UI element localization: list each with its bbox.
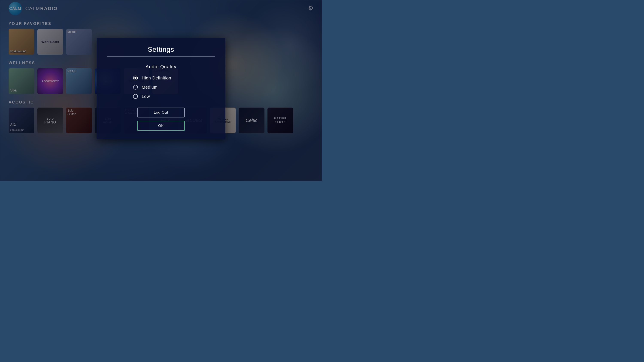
radio-high-definition-circle[interactable] — [133, 76, 138, 80]
ok-button[interactable]: OK — [138, 121, 184, 131]
settings-modal-title: Settings — [107, 46, 215, 54]
option-high-definition[interactable]: High Definition — [133, 76, 189, 80]
radio-high-definition-label: High Definition — [142, 76, 171, 80]
logout-button[interactable]: Log Out — [138, 108, 184, 118]
radio-low-label: Low — [142, 94, 150, 99]
option-low[interactable]: Low — [133, 94, 189, 99]
audio-quality-options: High Definition Medium Low — [133, 76, 189, 99]
modal-buttons: Log Out OK — [107, 108, 215, 131]
modal-divider — [107, 56, 215, 57]
settings-modal: Settings Audio Quality High Definition M… — [96, 38, 226, 139]
option-medium[interactable]: Medium — [133, 85, 189, 90]
radio-medium-label: Medium — [142, 85, 158, 90]
audio-quality-title: Audio Quality — [107, 64, 215, 70]
radio-low-circle[interactable] — [133, 94, 138, 99]
radio-medium-circle[interactable] — [133, 85, 138, 90]
